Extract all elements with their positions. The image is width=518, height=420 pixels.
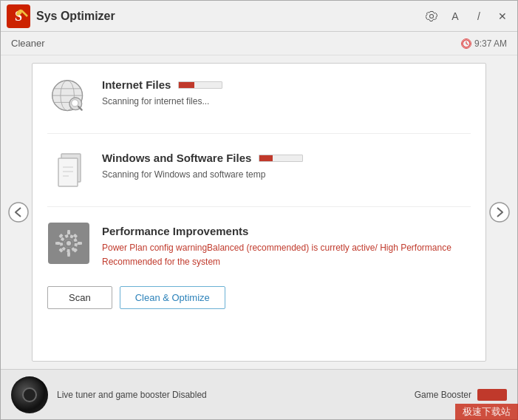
- divider-2: [47, 206, 471, 207]
- svg-rect-33: [73, 234, 78, 238]
- title-bar-controls: A / ✕: [423, 7, 511, 25]
- windows-software-title: Windows and Software Files: [102, 152, 251, 164]
- text-button[interactable]: A: [446, 7, 464, 25]
- header-bar: Cleaner 9:37 AM: [1, 32, 517, 55]
- settings-button[interactable]: [423, 7, 440, 25]
- svg-point-34: [490, 203, 509, 222]
- performance-title-row: Performance Improvements: [102, 225, 471, 237]
- svg-line-6: [466, 44, 468, 45]
- windows-icon: [50, 152, 87, 189]
- bottom-bar: Live tuner and game booster Disabled Gam…: [1, 369, 517, 419]
- svg-point-25: [67, 241, 71, 245]
- divider-1: [47, 133, 471, 134]
- gear-icon: [48, 223, 89, 264]
- pen-button[interactable]: /: [470, 7, 488, 25]
- internet-files-desc: Scanning for internet files...: [102, 96, 209, 106]
- gauge-icon: [11, 376, 48, 413]
- app-logo: S: [7, 4, 30, 28]
- svg-rect-26: [67, 231, 70, 234]
- game-booster-toggle[interactable]: [477, 389, 507, 401]
- buttons-row: Scan Clean & Optimize: [47, 283, 471, 309]
- clean-optimize-button[interactable]: Clean & Optimize: [120, 286, 225, 309]
- clock-icon: [461, 38, 471, 49]
- next-arrow[interactable]: [486, 63, 513, 362]
- windows-software-progress: [259, 155, 303, 162]
- performance-icon: [47, 222, 90, 265]
- internet-files-title-row: Internet Files: [102, 78, 471, 91]
- internet-files-info: Internet Files Scanning for internet fil…: [102, 75, 471, 107]
- performance-info: Performance Improvements Power Plan conf…: [102, 222, 471, 268]
- bottom-status-text: Live tuner and game booster Disabled: [57, 390, 406, 400]
- svg-rect-18: [58, 158, 78, 186]
- windows-software-icon: [47, 149, 90, 192]
- performance-row: Performance Improvements Power Plan conf…: [47, 222, 471, 268]
- svg-point-7: [9, 203, 28, 222]
- main-content: Internet Files Scanning for internet fil…: [1, 55, 517, 369]
- svg-rect-28: [56, 242, 60, 245]
- svg-rect-29: [78, 242, 81, 245]
- header-time: 9:37 AM: [461, 38, 507, 49]
- title-bar: S Sys Optimizer A / ✕: [1, 1, 517, 32]
- svg-point-15: [72, 100, 78, 106]
- windows-software-row: Windows and Software Files Scanning for …: [47, 149, 471, 192]
- internet-files-row: Internet Files Scanning for internet fil…: [47, 75, 471, 118]
- performance-title: Performance Improvements: [102, 225, 248, 237]
- close-button[interactable]: ✕: [494, 7, 511, 25]
- game-booster-area: Game Booster: [415, 389, 507, 401]
- gauge-needle: [22, 387, 37, 402]
- prev-arrow[interactable]: [5, 63, 32, 362]
- windows-software-desc: Scanning for Windows and software temp: [102, 169, 265, 180]
- internet-files-icon: [47, 75, 90, 118]
- internet-files-progress: [178, 81, 222, 89]
- scan-button[interactable]: Scan: [47, 286, 112, 309]
- app-title: Sys Optimizer: [36, 10, 423, 23]
- internet-files-title: Internet Files: [102, 78, 171, 91]
- game-booster-label: Game Booster: [415, 390, 471, 400]
- windows-software-title-row: Windows and Software Files: [102, 152, 471, 164]
- content-panel: Internet Files Scanning for internet fil…: [32, 63, 486, 362]
- section-label: Cleaner: [11, 38, 45, 49]
- svg-rect-27: [67, 252, 70, 256]
- main-window: S Sys Optimizer A / ✕ Cleaner: [0, 0, 518, 420]
- windows-software-info: Windows and Software Files Scanning for …: [102, 149, 471, 180]
- time-display: 9:37 AM: [474, 38, 507, 49]
- performance-desc: Power Plan config warningBalanced (recom…: [102, 243, 451, 267]
